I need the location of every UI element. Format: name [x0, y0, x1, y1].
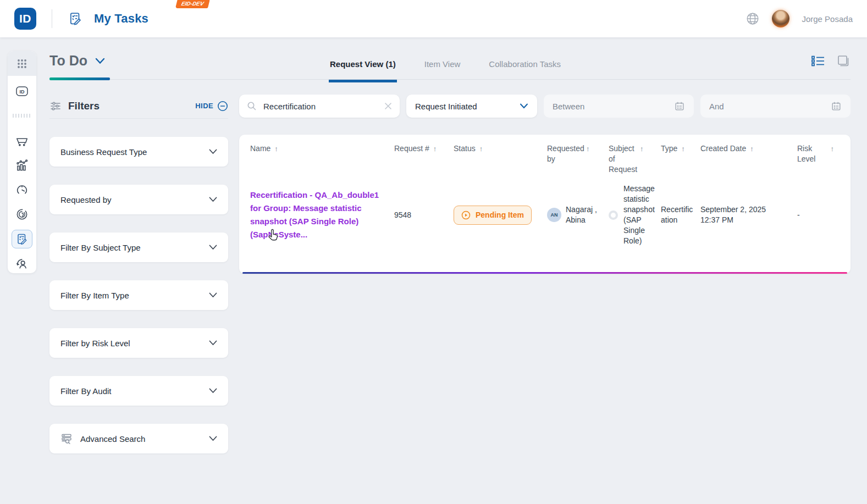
filter-item-type[interactable]: Filter By Item Type	[49, 280, 228, 310]
column-header-request-number[interactable]: Request # ↑	[394, 143, 454, 154]
column-header-type[interactable]: Type ↑	[661, 143, 700, 154]
environment-badge: EID-DEV	[175, 0, 210, 8]
column-header-requested-by[interactable]: Requested by ↑	[547, 143, 609, 164]
gauge-icon	[15, 182, 29, 197]
tab-item-view[interactable]: Item View	[423, 54, 462, 82]
sidebar-item-my-tasks[interactable]	[12, 230, 32, 248]
filter-label: Business Request Type	[60, 147, 147, 157]
sidebar-item-dashboard[interactable]	[12, 181, 32, 200]
filter-business-request-type[interactable]: Business Request Type	[49, 137, 228, 167]
sort-asc-icon: ↑	[586, 143, 590, 154]
my-tasks-icon	[15, 232, 29, 246]
column-header-status[interactable]: Status ↑	[454, 143, 547, 154]
tab-bar: Request View (1) Item View Collaboration…	[329, 54, 562, 82]
filter-label: Filter By Item Type	[60, 291, 129, 300]
sort-asc-icon: ↑	[433, 143, 437, 154]
sort-asc-icon: ↑	[831, 143, 835, 154]
filter-label: Filter By Audit	[60, 386, 112, 396]
requester-avatar: AN	[547, 208, 561, 222]
logo-text: ID	[19, 12, 31, 25]
column-header-created-date[interactable]: Created Date ↑	[700, 143, 783, 154]
advanced-search[interactable]: Advanced Search	[49, 424, 228, 453]
sort-asc-icon: ↑	[640, 143, 644, 154]
table-row[interactable]: Recertification - QA_Ab_double1 for Grou…	[239, 179, 851, 250]
tab-collaboration-tasks[interactable]: Collaboration Tasks	[488, 54, 562, 82]
requester-name: Nagaraj , Abina	[566, 204, 600, 225]
filter-label: Filter By Subject Type	[60, 243, 141, 252]
table-header-row: Name ↑ Request # ↑ Status ↑ Requested by…	[239, 135, 851, 179]
date-field-select-value: Request Initiated	[415, 102, 477, 111]
search-filter-row: Request Initiated Between And	[239, 95, 851, 118]
chevron-down-icon	[209, 292, 217, 298]
my-tasks-page: ID My Tasks EID-DEV	[0, 0, 867, 504]
view-title-underline	[49, 77, 110, 80]
filter-label: Filter by Risk Level	[60, 339, 130, 348]
created-date: September 2, 2025 12:37 PM	[700, 204, 783, 225]
chevron-down-icon	[209, 197, 217, 202]
sidebar-item-delegation[interactable]	[12, 254, 32, 273]
search-icon	[247, 101, 257, 111]
card-view-icon[interactable]	[836, 54, 851, 68]
status-label: Pending Item	[476, 210, 524, 220]
column-header-name[interactable]: Name ↑	[250, 143, 394, 154]
advanced-search-label: Advanced Search	[80, 434, 145, 444]
cart-icon	[15, 134, 29, 148]
filter-audit[interactable]: Filter By Audit	[49, 376, 228, 406]
chevron-down-icon	[95, 58, 105, 64]
filter-requested-by[interactable]: Requested by	[49, 185, 228, 214]
sidebar-item-access[interactable]	[12, 205, 32, 224]
date-to-placeholder: And	[709, 102, 724, 111]
top-bar: ID My Tasks EID-DEV	[0, 0, 867, 37]
delegate-user-icon	[15, 257, 29, 271]
chevron-down-icon	[209, 388, 217, 394]
app-grid-icon	[16, 58, 28, 70]
hide-minus-icon	[217, 101, 228, 112]
page-title: My Tasks	[94, 12, 148, 26]
sort-asc-icon: ↑	[681, 143, 685, 154]
list-view-icon[interactable]	[811, 55, 825, 67]
globe-icon[interactable]	[745, 12, 760, 26]
play-icon	[461, 211, 471, 220]
risk-level: -	[783, 210, 840, 220]
filters-panel: Filters HIDE Business Request Type Reque…	[49, 93, 228, 453]
date-from-input[interactable]: Between	[544, 95, 694, 118]
filter-subject-type[interactable]: Filter By Subject Type	[49, 232, 228, 262]
filter-label: Requested by	[60, 195, 112, 204]
sidebar-item-identity[interactable]: ID	[12, 82, 32, 101]
table-footer-gradient	[242, 272, 847, 274]
date-to-input[interactable]: And	[700, 95, 851, 118]
hide-label: HIDE	[195, 102, 213, 110]
column-header-subject-of-request[interactable]: Subject of Request ↑	[609, 143, 661, 175]
sort-asc-icon: ↑	[479, 143, 483, 154]
request-number: 9548	[394, 210, 454, 220]
company-logo[interactable]: ID	[14, 8, 36, 30]
hide-filters-button[interactable]: HIDE	[195, 101, 228, 112]
column-header-risk-level[interactable]: Risk Level ↑	[783, 143, 840, 164]
chevron-down-icon	[209, 149, 217, 154]
sidebar-item-analytics[interactable]	[12, 156, 32, 175]
view-selector-label: To Do	[49, 53, 87, 69]
filter-risk-level[interactable]: Filter by Risk Level	[49, 328, 228, 358]
user-avatar[interactable]	[772, 10, 789, 27]
analytics-icon	[15, 158, 29, 173]
chevron-down-icon	[209, 340, 217, 346]
date-field-select[interactable]: Request Initiated	[406, 95, 537, 118]
chevron-down-icon	[520, 103, 528, 109]
sidebar-item-apps[interactable]	[8, 51, 36, 76]
tab-request-view[interactable]: Request View (1)	[329, 54, 397, 82]
view-selector[interactable]: To Do	[49, 53, 105, 69]
sidebar-rail: ID	[8, 51, 36, 273]
id-sidebar-icon: ID	[15, 85, 29, 98]
clear-icon[interactable]	[384, 102, 392, 110]
request-type: Recertification	[661, 204, 700, 225]
requests-table: Name ↑ Request # ↑ Status ↑ Requested by…	[239, 135, 851, 274]
sidebar-item-request-store[interactable]	[12, 131, 32, 150]
sort-asc-icon: ↑	[750, 143, 754, 154]
chevron-down-icon	[209, 245, 217, 250]
user-name[interactable]: Jorge Posada	[802, 14, 853, 24]
filters-title: Filters	[68, 100, 100, 112]
chevron-down-icon	[209, 436, 217, 441]
fingerprint-icon	[15, 207, 29, 221]
search-input[interactable]	[263, 102, 378, 111]
request-name-link[interactable]: Recertification - QA_Ab_double1 for Grou…	[250, 190, 379, 239]
